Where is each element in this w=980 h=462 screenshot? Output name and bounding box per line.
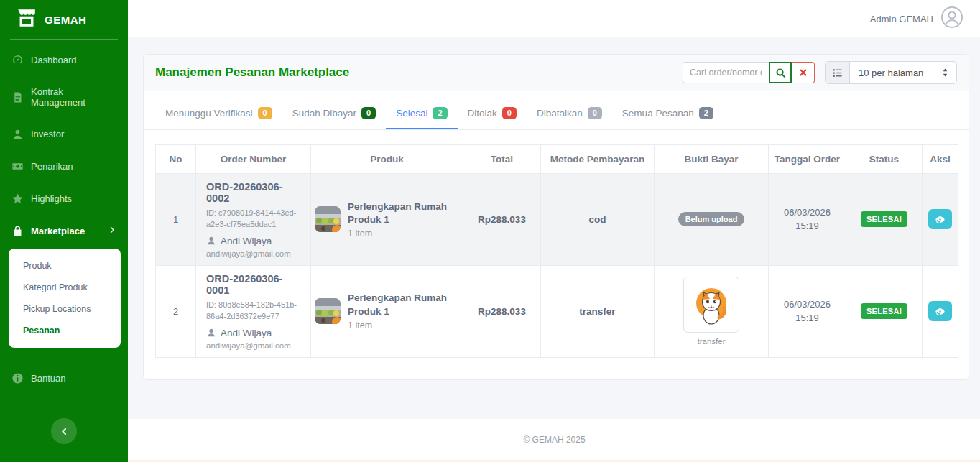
product-name: Perlengkapan Rumah Produk 1 <box>348 200 459 228</box>
tab-selesai[interactable]: Selesai 2 <box>386 101 457 129</box>
sidebar-divider <box>10 39 118 40</box>
person-icon <box>206 236 216 246</box>
customer-email: andiwijaya@gmail.com <box>206 341 305 350</box>
customer-row: Andi Wijaya <box>206 236 305 246</box>
table-row: 2 ORD-20260306-0001 ID: 80d8e584-182b-45… <box>156 265 958 357</box>
sidebar-item-bantuan[interactable]: Bantuan <box>0 362 128 394</box>
sidebar-item-kontrak-management[interactable]: Kontrak Management <box>0 76 128 118</box>
submenu-item-pickup-locations[interactable]: Pickup Locations <box>9 298 121 320</box>
order-number: ORD-20260306-0002 <box>206 181 305 204</box>
sidebar-item-label: Dashboard <box>31 55 77 65</box>
order-total: Rp288.033 <box>478 306 526 317</box>
contract-icon <box>11 91 24 103</box>
col-aksi: Aksi <box>923 145 958 174</box>
status-badge: SELESAI <box>861 303 907 319</box>
user-avatar-icon[interactable] <box>940 6 963 32</box>
order-number: ORD-20260306-0001 <box>206 273 305 296</box>
product-item-count: 1 item <box>348 320 459 331</box>
storefront-icon <box>16 9 37 30</box>
card-header: Manajemen Pesanan Marketplace <box>144 55 969 91</box>
order-id: ID: c7908019-8414-43ed-a2e3-cf75ea5ddac1 <box>206 208 314 231</box>
sidebar-item-highlights[interactable]: Highlights <box>0 183 128 215</box>
tab-count-badge: 2 <box>433 107 447 119</box>
submenu-item-produk[interactable]: Produk <box>9 255 121 277</box>
sidebar-item-marketplace[interactable]: Marketplace <box>0 215 128 247</box>
col-no: No <box>156 145 196 174</box>
search-group <box>683 62 815 83</box>
sidebar-item-penarikan[interactable]: Penarikan <box>0 150 128 183</box>
close-icon <box>799 68 808 77</box>
sidebar-item-label: Investor <box>31 129 64 139</box>
table-row: 1 ORD-20260306-0002 ID: c7908019-8414-43… <box>156 174 958 266</box>
product-thumbnail <box>315 298 341 324</box>
page-title: Manajemen Pesanan Marketplace <box>155 65 349 80</box>
sidebar-item-label: Kontrak Management <box>31 86 116 108</box>
orders-card: Manajemen Pesanan Marketplace <box>143 54 969 380</box>
tab-semua-pesanan[interactable]: Semua Pesanan 2 <box>612 101 724 129</box>
product-name: Perlengkapan Rumah Produk 1 <box>348 292 459 319</box>
tab-sudah-dibayar[interactable]: Sudah Dibayar 0 <box>282 101 386 129</box>
submenu-item-kategori-produk[interactable]: Kategori Produk <box>9 277 121 298</box>
content-area: Manajemen Pesanan Marketplace <box>128 37 980 419</box>
brand[interactable]: GEMAH <box>0 0 128 37</box>
tab-label: Dibatalkan <box>537 108 583 119</box>
col-tanggal-order: Tanggal Order <box>769 145 846 174</box>
header-tools: 10 per halaman <box>683 61 957 84</box>
product-cell: Perlengkapan Rumah Produk 1 1 item <box>311 174 463 266</box>
tab-menunggu-verifikasi[interactable]: Menunggu Verifikasi 0 <box>155 101 282 129</box>
payment-method: transfer <box>579 306 615 317</box>
copyright-text: © GEMAH 2025 <box>523 435 585 445</box>
view-order-button[interactable] <box>928 301 952 321</box>
tab-count-badge: 0 <box>361 107 376 119</box>
search-button[interactable] <box>769 62 792 83</box>
tab-count-badge: 0 <box>502 107 517 119</box>
table-header-row: No Order Number Produk Total Metode Pemb… <box>156 145 958 174</box>
row-number: 2 <box>156 265 196 357</box>
bag-icon <box>11 225 24 237</box>
sort-caret-icon <box>941 68 949 78</box>
order-number-cell: ORD-20260306-0002 ID: c7908019-8414-43ed… <box>196 174 311 266</box>
order-total: Rp288.033 <box>478 214 526 225</box>
product-thumbnail <box>315 206 341 232</box>
sidebar-item-investor[interactable]: Investor <box>0 118 128 150</box>
tab-count-badge: 2 <box>699 107 713 119</box>
product-cell: Perlengkapan Rumah Produk 1 1 item <box>311 265 463 357</box>
submenu-item-pesanan[interactable]: Pesanan <box>9 320 121 341</box>
per-page-select[interactable]: 10 per halaman <box>850 62 956 83</box>
proof-status-badge: Belum upload <box>678 212 745 226</box>
status-badge: SELESAI <box>861 211 907 227</box>
customer-row: Andi Wijaya <box>206 328 305 338</box>
investor-icon <box>11 128 24 140</box>
money-icon <box>11 160 24 172</box>
orders-table: No Order Number Produk Total Metode Pemb… <box>155 144 958 358</box>
search-input[interactable] <box>683 62 769 83</box>
sidebar-item-label: Penarikan <box>31 161 73 172</box>
clear-search-button[interactable] <box>792 62 815 83</box>
cat-illustration <box>688 282 734 328</box>
sidebar-item-label: Highlights <box>31 193 72 204</box>
row-number: 1 <box>156 174 196 266</box>
sidebar-item-dashboard[interactable]: Dashboard <box>0 44 128 76</box>
customer-email: andiwijaya@gmail.com <box>206 249 305 258</box>
tab-label: Sudah Dibayar <box>292 108 356 119</box>
eye-icon <box>935 306 946 317</box>
order-number-cell: ORD-20260306-0001 ID: 80d8e584-182b-451b… <box>196 265 311 357</box>
person-icon <box>206 328 216 338</box>
proof-caption: transfer <box>660 337 762 346</box>
sidebar: GEMAH Dashboard Kontrak Management Inves… <box>0 0 128 462</box>
customer-name: Andi Wijaya <box>221 236 272 246</box>
chevron-right-icon <box>108 226 116 236</box>
tab-label: Selesai <box>396 108 427 119</box>
col-total: Total <box>463 145 541 174</box>
tab-dibatalkan[interactable]: Dibatalkan 0 <box>527 101 612 129</box>
info-icon <box>11 372 24 384</box>
payment-proof-image[interactable] <box>683 277 739 333</box>
tab-ditolak[interactable]: Ditolak 0 <box>458 101 527 129</box>
view-order-button[interactable] <box>928 209 952 229</box>
sidebar-item-label: Marketplace <box>31 226 85 236</box>
sidebar-collapse-button[interactable] <box>51 418 77 444</box>
col-order-number: Order Number <box>196 145 311 174</box>
tab-count-badge: 0 <box>588 107 602 119</box>
orders-table-wrap: No Order Number Produk Total Metode Pemb… <box>144 130 969 379</box>
tab-label: Menunggu Verifikasi <box>165 108 253 119</box>
